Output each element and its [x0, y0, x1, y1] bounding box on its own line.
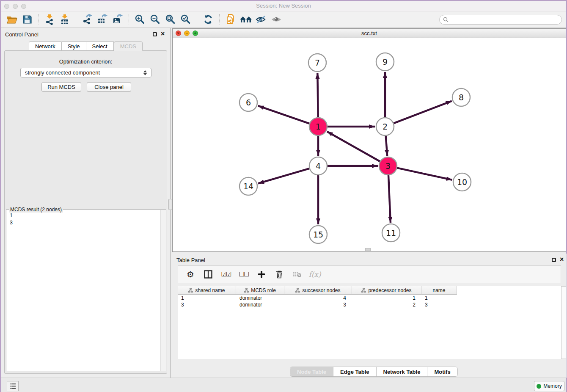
graph-edge-4-14[interactable] [258, 168, 309, 183]
tab-style[interactable]: Style [62, 41, 86, 51]
column-header-label: shared name [195, 287, 225, 293]
column-visibility-icon[interactable] [203, 269, 214, 280]
graph-node-9[interactable]: 9 [376, 53, 394, 71]
export-image-icon[interactable] [110, 13, 125, 26]
show-all-icon[interactable] [269, 13, 284, 26]
graph-edge-3-1[interactable] [327, 132, 380, 161]
float-panel-icon[interactable] [153, 32, 157, 36]
run-mcds-button[interactable]: Run MCDS [41, 82, 81, 92]
table-cell[interactable]: 3 [178, 301, 236, 308]
graph-edge-1-6[interactable] [258, 106, 310, 124]
mcds-result-lines: 1 3 [10, 212, 13, 226]
canvas-resize-grip[interactable] [365, 248, 371, 251]
export-table-icon[interactable] [95, 13, 110, 26]
tab-network-table[interactable]: Network Table [376, 367, 427, 376]
criterion-select[interactable]: strongly connected component [20, 68, 151, 77]
hide-selected-icon[interactable] [253, 13, 269, 26]
graph-edge-3-10[interactable] [397, 168, 452, 180]
home-icon[interactable] [238, 13, 253, 26]
tab-select[interactable]: Select [86, 41, 114, 51]
graph-node-6[interactable]: 6 [239, 94, 257, 111]
table-row[interactable]: 3dominator323 [178, 301, 561, 308]
memory-button[interactable]: Memory [534, 381, 564, 391]
close-panel-icon[interactable]: × [161, 30, 165, 37]
close-panel-button[interactable]: Close panel [87, 82, 131, 92]
mcds-panel: Optimization criterion: strongly connect… [4, 50, 167, 374]
network-file-icon[interactable] [223, 13, 238, 26]
column-header-successor-nodes[interactable]: successor nodes [284, 286, 352, 295]
table-cell[interactable]: 3 [421, 301, 457, 308]
column-header-label: predecessor nodes [368, 287, 411, 293]
task-history-button[interactable] [7, 381, 19, 391]
graph-edge-2-3[interactable] [386, 136, 388, 156]
result-scrollbar[interactable] [160, 210, 166, 371]
select-all-icon[interactable]: ☑☑ [220, 269, 231, 280]
graph-node-11[interactable]: 11 [382, 224, 400, 242]
tab-network[interactable]: Network [29, 41, 62, 51]
table-cell[interactable]: 4 [284, 295, 352, 301]
graph-node-4[interactable]: 4 [309, 157, 327, 175]
add-column-icon[interactable] [256, 269, 267, 280]
zoom-selected-icon[interactable] [178, 13, 193, 26]
network-canvas[interactable]: 7968124314101511 [173, 38, 566, 251]
column-header-name[interactable]: name [421, 286, 457, 295]
refresh-icon[interactable] [201, 13, 216, 26]
graph-edge-2-8[interactable] [394, 101, 452, 124]
graph-node-label: 3 [385, 161, 391, 171]
tab-motifs[interactable]: Motifs [427, 367, 457, 376]
close-panel-icon[interactable]: × [560, 256, 564, 263]
graph-node-7[interactable]: 7 [308, 54, 326, 72]
apply-function-icon[interactable]: f(x) [309, 269, 320, 280]
tab-mcds[interactable]: MCDS [114, 41, 143, 51]
graph-node-3[interactable]: 3 [379, 157, 397, 175]
delete-column-icon[interactable] [274, 269, 285, 280]
graph-node-8[interactable]: 8 [452, 88, 470, 106]
table-cell[interactable]: 1 [178, 295, 236, 301]
search-box[interactable] [439, 15, 562, 25]
open-session-icon[interactable] [4, 13, 19, 26]
graph-node-10[interactable]: 10 [453, 173, 471, 191]
column-header-predecessor-nodes[interactable]: predecessor nodes [352, 286, 421, 295]
import-network-icon[interactable] [42, 13, 57, 26]
graph-node-label: 7 [315, 58, 320, 67]
tab-edge-table[interactable]: Edge Table [333, 367, 376, 376]
memory-label: Memory [543, 383, 561, 389]
table-panel: Table Panel × ⚙ ☑☑ ☐☐ f(x) shared nameMC… [172, 254, 567, 378]
delete-table-icon[interactable] [292, 269, 303, 280]
graph-node-label: 10 [457, 177, 467, 187]
save-session-icon[interactable] [19, 13, 35, 26]
table-cell[interactable]: 1 [421, 295, 457, 301]
network-view-window: × – + scc.txt 7968124314101511 [172, 28, 566, 252]
control-panel: Control Panel × Network Style Select MCD… [1, 28, 171, 378]
table-row[interactable]: 1dominator411 [178, 295, 561, 301]
column-header-MCDS-role[interactable]: MCDS role [236, 286, 284, 295]
graph-edge-3-11[interactable] [388, 175, 391, 223]
graph-edge-1-7[interactable] [317, 73, 318, 117]
graph-node-1[interactable]: 1 [309, 118, 327, 135]
export-network-icon[interactable] [80, 13, 95, 26]
search-input[interactable] [451, 17, 558, 22]
graph-node-15[interactable]: 15 [309, 226, 327, 243]
table-cell[interactable]: 3 [284, 301, 352, 308]
table-cell[interactable]: dominator [236, 295, 284, 301]
network-window-titlebar[interactable]: × – + scc.txt [173, 29, 566, 38]
table-cell[interactable]: 1 [352, 295, 421, 301]
table-settings-icon[interactable]: ⚙ [185, 269, 196, 280]
table-tabbar: Node Table Edge Table Network Table Moti… [290, 367, 458, 377]
tab-node-table[interactable]: Node Table [290, 367, 333, 376]
deselect-all-icon[interactable]: ☐☐ [238, 269, 249, 280]
graph-node-14[interactable]: 14 [239, 177, 257, 195]
table-scrollbar[interactable] [561, 286, 566, 359]
import-table-icon[interactable] [57, 13, 72, 26]
graph-node-2[interactable]: 2 [376, 118, 394, 135]
column-header-shared-name[interactable]: shared name [178, 286, 236, 295]
float-panel-icon[interactable] [552, 258, 556, 262]
zoom-fit-icon[interactable] [163, 13, 178, 26]
app-window: Session: New Session [0, 0, 567, 392]
table-cell[interactable]: dominator [236, 301, 284, 308]
table-cell[interactable]: 2 [352, 301, 421, 308]
table-body: 1dominator4113dominator323 [178, 295, 561, 308]
zoom-in-icon[interactable] [132, 13, 148, 26]
zoom-out-icon[interactable] [148, 13, 163, 26]
criterion-select-value: strongly connected component [25, 69, 143, 76]
